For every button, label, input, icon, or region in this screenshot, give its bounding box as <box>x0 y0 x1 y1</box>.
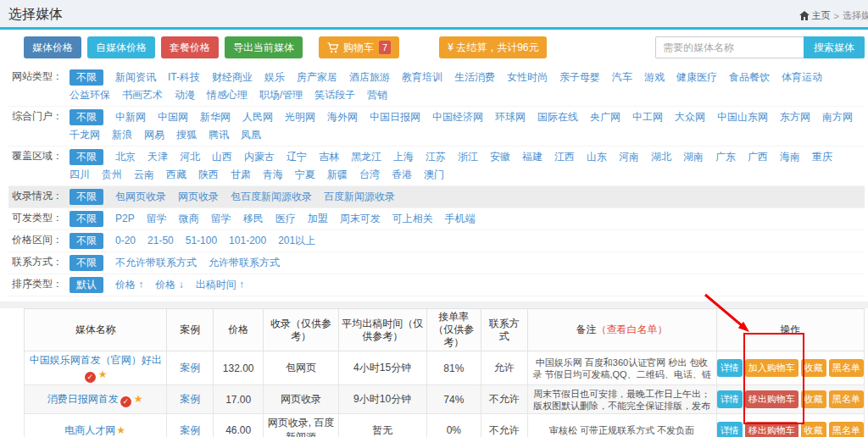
filter-option[interactable]: 甘肃 <box>231 167 251 183</box>
filter-option[interactable]: 价格 ↑ <box>115 277 143 293</box>
filter-option[interactable]: 中国山东网 <box>717 109 768 125</box>
filter-option[interactable]: 北京 <box>115 149 136 165</box>
filter-option[interactable]: 上海 <box>393 149 414 165</box>
filter-option[interactable]: 可上相关 <box>392 211 433 227</box>
filter-option[interactable]: 网页收录 <box>178 189 219 205</box>
filter-option[interactable]: 内蒙古 <box>244 149 275 165</box>
filter-option[interactable]: 海南 <box>780 149 800 165</box>
filter-option[interactable]: 亲子母婴 <box>559 69 600 86</box>
filter-option[interactable]: 汽车 <box>612 69 632 86</box>
favorite-button[interactable]: 收藏 <box>801 390 826 408</box>
filter-option[interactable]: 河北 <box>180 149 200 165</box>
search-button[interactable]: 搜索媒体 <box>804 36 865 58</box>
filter-option[interactable]: 央广网 <box>590 109 620 125</box>
filter-option[interactable]: 移民 <box>243 211 264 227</box>
view-whitelist-link[interactable]: （查看白名单） <box>597 324 668 335</box>
filter-option[interactable]: 海外网 <box>327 109 358 125</box>
detail-button[interactable]: 详情 <box>717 422 743 437</box>
filter-option[interactable]: 搜狐 <box>176 127 197 143</box>
detail-button[interactable]: 详情 <box>717 390 743 408</box>
filter-option[interactable]: 21-50 <box>147 233 174 249</box>
filter-option[interactable]: 情感心理 <box>207 87 248 103</box>
filter-option[interactable]: 笑话段子 <box>314 87 355 103</box>
filter-option[interactable]: 出稿时间 ↑ <box>196 277 244 293</box>
filter-option[interactable]: 江苏 <box>426 149 446 165</box>
filter-option-selected[interactable]: 不限 <box>70 109 103 125</box>
filter-option-selected[interactable]: 默认 <box>70 277 103 293</box>
case-link[interactable]: 案例 <box>180 424 200 436</box>
blacklist-button[interactable]: 黑名单 <box>829 422 864 437</box>
filter-option[interactable]: 留学 <box>147 211 167 227</box>
checkout-button[interactable]: ¥ 去结算，共计96元 <box>439 36 547 58</box>
filter-option-selected[interactable]: 不限 <box>70 233 103 249</box>
filter-option[interactable]: 中国经济网 <box>432 109 483 125</box>
filter-option[interactable]: 职场/管理 <box>259 87 303 103</box>
filter-option[interactable]: 河南 <box>619 149 639 165</box>
breadcrumb-home-link[interactable]: 主页 <box>799 9 831 22</box>
filter-option-selected[interactable]: 不限 <box>70 69 103 86</box>
filter-option[interactable]: 201以上 <box>278 233 315 249</box>
filter-option-selected[interactable]: 不限 <box>70 211 103 227</box>
filter-option[interactable]: 江西 <box>554 149 575 165</box>
filter-option[interactable]: 体育运动 <box>782 69 822 86</box>
filter-option[interactable]: 福建 <box>522 149 542 165</box>
media-name-link[interactable]: 电商人才网 <box>64 424 115 436</box>
filter-option[interactable]: 包百度新闻源收录 <box>231 189 312 205</box>
package-price-button[interactable]: 套餐价格 <box>161 36 219 58</box>
filter-option[interactable]: 辽宁 <box>287 149 307 165</box>
filter-option[interactable]: 酒店旅游 <box>349 69 390 86</box>
self-media-price-button[interactable]: 自媒体价格 <box>87 36 155 58</box>
filter-option[interactable]: 光明网 <box>285 109 315 125</box>
add-to-cart-button[interactable]: 加入购物车 <box>745 359 798 377</box>
filter-option[interactable]: 新华网 <box>200 109 231 125</box>
filter-option[interactable]: 生活消费 <box>454 69 495 86</box>
filter-option[interactable]: 书画艺术 <box>122 87 163 103</box>
blacklist-button[interactable]: 黑名单 <box>829 390 864 408</box>
filter-option[interactable]: 环球网 <box>495 109 526 125</box>
search-input[interactable] <box>655 36 804 58</box>
remove-from-cart-button[interactable]: 移出购物车 <box>745 422 798 437</box>
detail-button[interactable]: 详情 <box>717 359 743 377</box>
filter-option[interactable]: 千龙网 <box>70 127 100 143</box>
filter-option[interactable]: 重庆 <box>812 149 832 165</box>
filter-option[interactable]: 0-20 <box>115 233 136 249</box>
filter-option[interactable]: 湖北 <box>651 149 671 165</box>
filter-option[interactable]: 西藏 <box>166 167 186 183</box>
filter-option[interactable]: 中国日报网 <box>370 109 420 125</box>
filter-option[interactable]: 南方网 <box>822 109 853 125</box>
filter-option[interactable]: 黑龙江 <box>351 149 381 165</box>
blacklist-button[interactable]: 黑名单 <box>829 359 864 377</box>
filter-option[interactable]: 包网页收录 <box>115 189 166 205</box>
filter-option[interactable]: 女性时尚 <box>507 69 548 86</box>
case-link[interactable]: 案例 <box>180 362 200 373</box>
filter-option[interactable]: 贵州 <box>102 167 122 183</box>
filter-option[interactable]: 山东 <box>587 149 607 165</box>
filter-option-selected[interactable]: 不限 <box>70 149 103 165</box>
filter-option[interactable]: 医疗 <box>275 211 296 227</box>
filter-option[interactable]: 新疆 <box>327 167 348 183</box>
filter-option[interactable]: 手机端 <box>445 211 476 227</box>
cart-button[interactable]: 购物车7 <box>319 36 399 58</box>
media-name-link[interactable]: 中国娱乐网首发（官网）好出 <box>30 354 162 366</box>
filter-option[interactable]: 允许带联系方式 <box>209 255 280 271</box>
filter-option[interactable]: 澳门 <box>424 167 444 183</box>
filter-option[interactable]: 安徽 <box>490 149 510 165</box>
filter-option[interactable]: 营销 <box>367 87 387 103</box>
filter-option-selected[interactable]: 不限 <box>70 255 103 271</box>
filter-option[interactable]: P2P <box>115 211 135 227</box>
filter-option[interactable]: 中国网 <box>158 109 188 125</box>
filter-option[interactable]: 青海 <box>263 167 283 183</box>
filter-option[interactable]: 房产家居 <box>297 69 337 86</box>
filter-option[interactable]: 新浪 <box>112 127 132 143</box>
filter-option[interactable]: 四川 <box>70 167 90 183</box>
filter-option[interactable]: 广西 <box>748 149 768 165</box>
favorite-button[interactable]: 收藏 <box>801 359 826 377</box>
filter-option[interactable]: 香港 <box>392 167 412 183</box>
filter-option[interactable]: 加盟 <box>308 211 328 227</box>
filter-option-selected[interactable]: 不限 <box>70 189 103 205</box>
filter-option[interactable]: 吉林 <box>319 149 339 165</box>
filter-option[interactable]: 财经商业 <box>212 69 253 86</box>
favorite-button[interactable]: 收藏 <box>801 422 826 437</box>
filter-option[interactable]: 湖南 <box>683 149 704 165</box>
filter-option[interactable]: 游戏 <box>644 69 665 86</box>
